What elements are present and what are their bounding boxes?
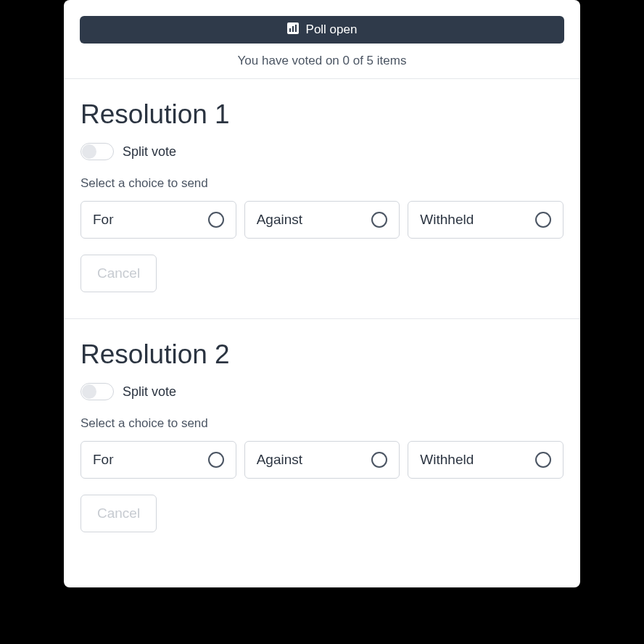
resolution-title: Resolution 1	[80, 99, 564, 130]
cancel-label: Cancel	[97, 265, 140, 281]
choice-label: For	[93, 452, 114, 468]
split-vote-label: Split vote	[123, 144, 176, 160]
resolution-block: Resolution 1 Split vote Select a choice …	[64, 79, 580, 319]
split-vote-row: Split vote	[80, 383, 564, 400]
select-prompt: Select a choice to send	[80, 416, 564, 431]
choices-row: For Against Withheld	[80, 201, 564, 239]
poll-card: Poll open You have voted on 0 of 5 items…	[64, 0, 580, 587]
choice-label: Withheld	[420, 212, 474, 228]
resolution-title: Resolution 2	[80, 339, 564, 370]
choice-for[interactable]: For	[80, 201, 236, 239]
radio-icon	[208, 452, 224, 468]
choice-label: For	[93, 212, 114, 228]
radio-icon	[535, 452, 551, 468]
split-vote-label: Split vote	[123, 384, 176, 400]
radio-icon	[371, 212, 387, 228]
toggle-knob	[82, 384, 96, 399]
poll-icon	[287, 22, 299, 38]
radio-icon	[371, 452, 387, 468]
toggle-knob	[82, 144, 96, 159]
choice-against[interactable]: Against	[244, 201, 400, 239]
split-vote-toggle[interactable]	[80, 143, 114, 160]
cancel-label: Cancel	[97, 505, 140, 521]
radio-icon	[535, 212, 551, 228]
poll-status-badge[interactable]: Poll open	[80, 16, 564, 44]
choice-label: Against	[257, 452, 302, 468]
resolution-block: Resolution 2 Split vote Select a choice …	[64, 319, 580, 558]
poll-status-label: Poll open	[306, 22, 358, 37]
svg-rect-1	[289, 28, 291, 32]
split-vote-row: Split vote	[80, 143, 564, 160]
select-prompt: Select a choice to send	[80, 176, 564, 191]
choice-label: Against	[257, 212, 302, 228]
choice-withheld[interactable]: Withheld	[408, 441, 564, 479]
choice-label: Withheld	[420, 452, 474, 468]
svg-rect-2	[292, 26, 294, 32]
vote-status-text: You have voted on 0 of 5 items	[80, 54, 564, 68]
choice-withheld[interactable]: Withheld	[408, 201, 564, 239]
cancel-button[interactable]: Cancel	[80, 495, 157, 532]
choice-for[interactable]: For	[80, 441, 236, 479]
svg-rect-3	[295, 25, 297, 32]
choice-against[interactable]: Against	[244, 441, 400, 479]
choices-row: For Against Withheld	[80, 441, 564, 479]
split-vote-toggle[interactable]	[80, 383, 114, 400]
cancel-button[interactable]: Cancel	[80, 255, 157, 292]
radio-icon	[208, 212, 224, 228]
poll-header: Poll open You have voted on 0 of 5 items	[64, 0, 580, 79]
